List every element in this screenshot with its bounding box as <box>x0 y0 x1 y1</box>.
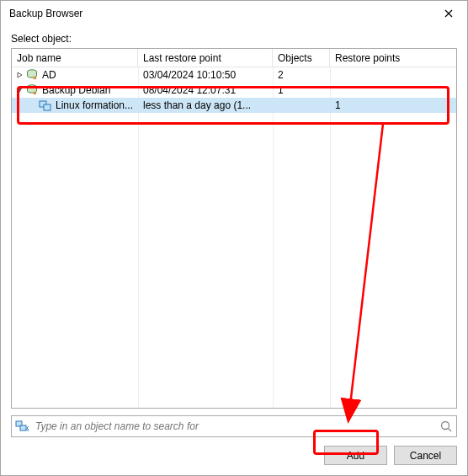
chevron-down-icon[interactable] <box>15 86 24 94</box>
vm-icon <box>39 99 52 112</box>
close-icon <box>444 9 453 18</box>
backup-job-icon <box>25 83 39 97</box>
row-restore: 08/04/2024 12:07:31 <box>138 84 273 96</box>
row-name: Linux formation... <box>56 99 133 111</box>
row-points: 1 <box>330 99 456 111</box>
col-last-restore[interactable]: Last restore point <box>138 49 273 67</box>
row-name: AD <box>42 69 56 81</box>
grid-lines <box>12 67 456 408</box>
tree-vm-row[interactable]: Linux formation...less than a day ago (1… <box>12 98 456 113</box>
svg-point-6 <box>442 422 449 430</box>
col-job-name[interactable]: Job name <box>12 49 138 67</box>
cancel-button[interactable]: Cancel <box>394 446 457 465</box>
col-restore-points[interactable]: Restore points <box>330 49 456 67</box>
chevron-right-icon[interactable] <box>15 71 24 79</box>
backup-browser-window: Backup Browser Select object: Job name L… <box>0 0 468 476</box>
row-restore: 03/04/2024 10:10:50 <box>138 69 273 81</box>
search-input[interactable] <box>34 420 439 433</box>
close-button[interactable] <box>429 1 467 26</box>
dialog-content: Select object: Job name Last restore poi… <box>1 26 467 475</box>
column-headers: Job name Last restore point Objects Rest… <box>12 49 456 67</box>
select-object-label: Select object: <box>11 33 457 45</box>
search-icon[interactable] <box>439 420 453 433</box>
add-button[interactable]: Add <box>324 446 387 465</box>
svg-rect-5 <box>20 425 26 431</box>
tree-job-row[interactable]: Backup Debian08/04/2024 12:07:311 <box>12 83 456 98</box>
row-objects: 1 <box>273 84 330 96</box>
window-title: Backup Browser <box>9 8 429 19</box>
col-objects[interactable]: Objects <box>273 49 330 67</box>
svg-rect-3 <box>44 104 51 110</box>
row-restore: less than a day ago (1... <box>138 99 273 111</box>
backup-job-icon <box>25 68 39 82</box>
tree-job-row[interactable]: AD03/04/2024 10:10:502 <box>12 67 456 83</box>
row-name: Backup Debian <box>42 84 110 96</box>
search-row <box>11 415 457 437</box>
backup-tree[interactable]: Job name Last restore point Objects Rest… <box>11 48 457 409</box>
titlebar: Backup Browser <box>1 1 467 26</box>
object-filter-icon[interactable] <box>15 419 30 434</box>
row-objects: 2 <box>273 69 330 81</box>
tree-rows: AD03/04/2024 10:10:502Backup Debian08/04… <box>12 67 456 113</box>
button-row: Add Cancel <box>11 446 457 465</box>
